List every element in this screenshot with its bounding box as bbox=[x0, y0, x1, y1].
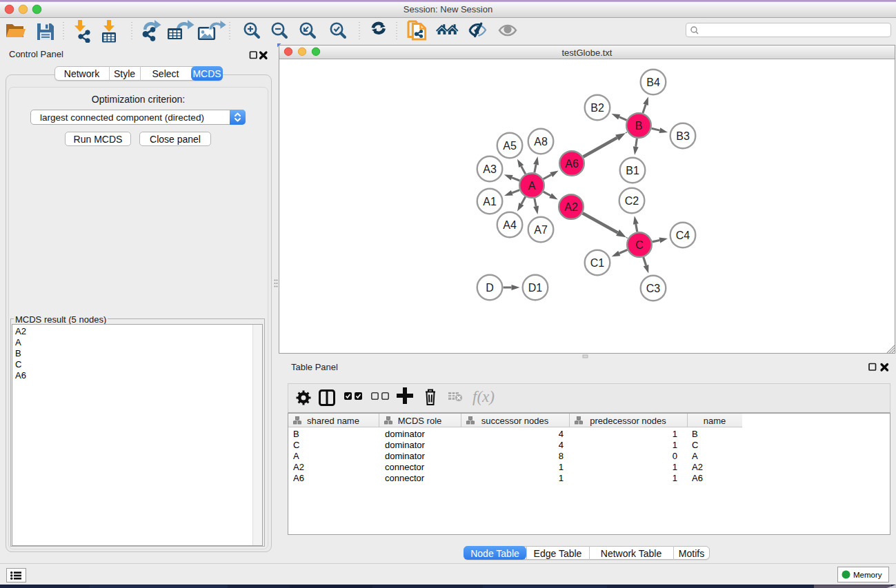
svg-text:A5: A5 bbox=[503, 140, 517, 152]
svg-text:f(x): f(x) bbox=[472, 388, 495, 405]
svg-text:C: C bbox=[635, 239, 644, 251]
svg-text:C4: C4 bbox=[676, 230, 690, 241]
svg-text:D: D bbox=[486, 282, 494, 294]
svg-text:C3: C3 bbox=[646, 283, 661, 294]
svg-text:B1: B1 bbox=[626, 165, 639, 176]
svg-text:A4: A4 bbox=[503, 219, 517, 231]
svg-text:B: B bbox=[635, 120, 643, 132]
svg-text:D1: D1 bbox=[528, 282, 543, 294]
svg-text:B4: B4 bbox=[646, 77, 660, 88]
svg-text:C1: C1 bbox=[590, 257, 605, 269]
svg-text:B3: B3 bbox=[676, 130, 690, 142]
svg-text:C2: C2 bbox=[625, 195, 639, 207]
svg-text:B2: B2 bbox=[590, 102, 604, 114]
svg-text:A: A bbox=[528, 180, 536, 192]
svg-text:A8: A8 bbox=[534, 136, 548, 148]
svg-text:A2: A2 bbox=[564, 201, 578, 213]
svg-text:A6: A6 bbox=[565, 158, 579, 170]
svg-text:A1: A1 bbox=[483, 196, 497, 207]
svg-text:A7: A7 bbox=[534, 224, 548, 236]
svg-text:A3: A3 bbox=[483, 163, 497, 175]
